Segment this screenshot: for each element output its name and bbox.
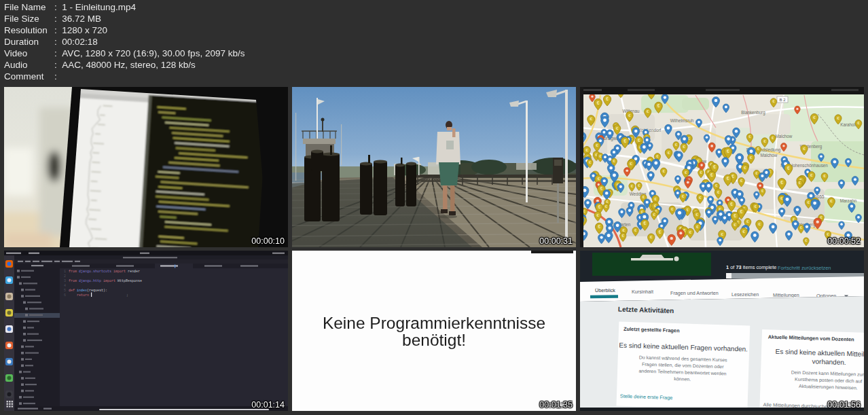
svg-text:import: import xyxy=(113,270,128,274)
svg-text:def: def xyxy=(69,289,77,293)
svg-text:4: 4 xyxy=(64,284,66,288)
svg-text:5: 5 xyxy=(64,289,66,293)
svg-text:HttpResponse: HttpResponse xyxy=(117,279,142,283)
svg-text:3: 3 xyxy=(64,279,66,283)
svg-text:Fragen und Antworten: Fragen und Antworten xyxy=(670,290,719,296)
svg-text:Überblick: Überblick xyxy=(595,287,615,293)
svg-text:render: render xyxy=(128,270,140,274)
svg-text:django.http: django.http xyxy=(79,279,103,283)
svg-text:Karaholt: Karaholt xyxy=(840,122,856,127)
svg-text:;: ; xyxy=(126,293,128,297)
svg-text:Mitteilungen: Mitteilungen xyxy=(773,292,799,298)
svg-text:Blankenburg: Blankenburg xyxy=(741,110,765,115)
svg-text:Malchow: Malchow xyxy=(761,153,778,158)
svg-text:Lesezeichen: Lesezeichen xyxy=(731,291,759,297)
svg-text:vorhanden.: vorhanden. xyxy=(812,357,846,366)
svg-text:2: 2 xyxy=(64,274,66,278)
svg-text:import: import xyxy=(103,279,117,283)
svg-text:index: index xyxy=(77,289,87,293)
svg-text:1 of 73 items complete: 1 of 73 items complete xyxy=(726,264,776,270)
svg-text:6: 6 xyxy=(64,293,66,297)
svg-text:from: from xyxy=(69,270,79,274)
svg-text:from: from xyxy=(69,279,79,283)
svg-text:Fortschritt zurücksetzen: Fortschritt zurücksetzen xyxy=(778,265,831,271)
svg-text:(request):: (request): xyxy=(87,289,107,293)
svg-text:django.shortcuts: django.shortcuts xyxy=(79,270,113,274)
svg-text:Malchow: Malchow xyxy=(776,134,793,139)
svg-text:Marzahn: Marzahn xyxy=(840,198,857,203)
svg-text:1: 1 xyxy=(64,270,66,274)
svg-text:Kursinhalt: Kursinhalt xyxy=(632,289,653,295)
svg-text:B 2: B 2 xyxy=(779,98,786,102)
svg-text:return: return xyxy=(69,293,91,297)
svg-text:können.: können. xyxy=(674,376,691,382)
svg-text:Wilhelmsruh: Wilhelmsruh xyxy=(670,118,694,123)
